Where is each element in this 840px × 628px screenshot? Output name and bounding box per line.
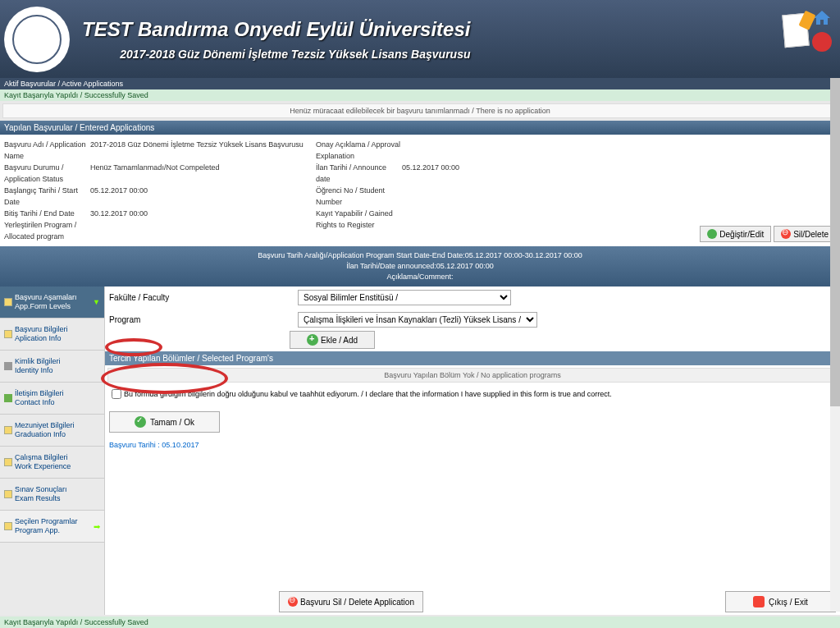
announce-value: 05.12.2017 00:00 — [402, 162, 459, 185]
sidebar: Başvuru AşamalarıApp.Form Levels Başvuru… — [0, 286, 105, 615]
sidebar-label: Çalışma Bilgileri — [15, 453, 68, 461]
delete-application-button[interactable]: Başvuru Sil / Delete Application — [279, 591, 423, 612]
info-line-3: Açıklama/Comment: — [4, 272, 836, 282]
header-subtitle: 2017-2018 Güz Dönemi İşletme Tezsiz Yüks… — [82, 48, 470, 61]
sidebar-sublabel: Graduation Info — [15, 430, 66, 438]
sidebar-label: Başvuru Aşamaları — [15, 293, 77, 301]
sidebar-label: Sınav Sonuçları — [15, 485, 67, 493]
sidebar-sublabel: Program App. — [15, 526, 60, 534]
sidebar-sublabel: Work Experience — [15, 462, 71, 470]
sidebar-sublabel: Aplication Info — [15, 334, 62, 342]
exit-button-label: Çıkış / Exit — [769, 598, 808, 607]
sidebar-item-programs[interactable]: Seçilen ProgramlarProgram App. — [0, 511, 104, 543]
sidebar-label: Kimlik Bilgileri — [15, 357, 61, 365]
content-area: Fakülte / Faculty Sosyal Bilimler Enstit… — [105, 286, 840, 615]
success-message: Kayıt Başarıyla Yapıldı / Successfully S… — [0, 89, 840, 101]
doc-icon — [4, 522, 12, 530]
sidebar-item-identity[interactable]: Kimlik BilgileriIdentity Info — [0, 351, 104, 383]
sidebar-sublabel: Contact Info — [15, 398, 55, 406]
declaration-checkbox[interactable] — [112, 389, 121, 399]
info-line-2: İlan Tarihi/Date announced:05.12.2017 00… — [4, 261, 836, 272]
allocated-label: Yerleştirilen Program / Allocated progra… — [4, 219, 90, 242]
application-date: Başvuru Tarihi : 05.10.2017 — [105, 441, 840, 449]
sidebar-item-exam[interactable]: Sınav SonuçlarıExam Results — [0, 479, 104, 511]
no-programs-message: Başvuru Yapılan Bölüm Yok / No applicati… — [107, 368, 838, 383]
delete-app-label: Başvuru Sil / Delete Application — [300, 598, 414, 607]
delete-button-label: Sil/Delete — [793, 230, 829, 239]
doc-icon — [4, 490, 12, 498]
scroll-thumb[interactable] — [830, 78, 840, 406]
sidebar-label: Başvuru Bilgileri — [15, 325, 68, 333]
sidebar-item-graduation[interactable]: Mezuniyet BilgileriGraduation Info — [0, 415, 104, 447]
rights-label: Kayıt Yapabilir / Gained Rights to Regis… — [316, 208, 402, 231]
edit-icon — [707, 229, 717, 239]
app-status-label: Başvuru Durumu / Application Status — [4, 162, 90, 185]
start-date-label: Başlangıç Tarihi / Start Date — [4, 185, 90, 208]
document-icon[interactable] — [782, 12, 809, 47]
info-line-1: Başvuru Tarih Aralığı/Application Progra… — [4, 250, 836, 261]
sidebar-item-work[interactable]: Çalışma BilgileriWork Experience — [0, 447, 104, 479]
doc-icon — [4, 330, 12, 338]
footer: Başvuru Sil / Delete Application Çıkış /… — [0, 587, 840, 628]
scrollbar[interactable] — [830, 78, 840, 612]
sidebar-label: Seçilen Programlar — [15, 517, 78, 525]
sidebar-item-app-info[interactable]: Başvuru BilgileriAplication Info — [0, 319, 104, 351]
info-banner: Başvuru Tarih Aralığı/Application Progra… — [0, 246, 840, 286]
approval-label: Onay Açıklama / Approval Explanation — [316, 139, 402, 162]
add-icon — [307, 334, 318, 346]
app-name-value: 2017-2018 Güz Dönemi İşletme Tezsiz Yüks… — [90, 139, 304, 162]
declaration-text: Bu formda girdiğim bilgilerin doğru oldu… — [124, 390, 612, 398]
selected-programs-header: Tercih Yapılan Bölümler / Selected Progr… — [105, 351, 840, 365]
exit-button[interactable]: Çıkış / Exit — [725, 591, 836, 612]
university-logo — [4, 7, 70, 72]
home-icon[interactable] — [812, 8, 832, 28]
app-name-label: Başvuru Adı / Application Name — [4, 139, 90, 162]
app-status-value: Henüz Tamamlanmadı/Not Compeleted — [90, 162, 219, 185]
edit-button[interactable]: Değiştir/Edit — [700, 226, 771, 242]
sidebar-label: Mezuniyet Bilgileri — [15, 421, 75, 429]
add-button[interactable]: Ekle / Add — [290, 331, 375, 349]
end-date-value: 30.12.2017 00:00 — [90, 208, 148, 219]
edit-button-label: Değiştir/Edit — [719, 230, 764, 239]
contact-icon — [4, 394, 12, 402]
doc-icon — [4, 298, 12, 306]
announce-label: İlan Tarihi / Announce date — [316, 162, 402, 185]
header-title: TEST Bandırma Onyedi Eylül Üniversitesi — [82, 18, 470, 41]
delete-icon — [781, 229, 791, 239]
program-select[interactable]: Çalışma İlişkileri ve İnsan Kaynakları (… — [298, 312, 537, 328]
ok-button[interactable]: Tamam / Ok — [109, 411, 220, 433]
add-button-label: Ekle / Add — [321, 336, 358, 345]
sidebar-sublabel: Identity Info — [15, 366, 53, 374]
sidebar-label: İletişim Bilgileri — [15, 389, 64, 397]
power-icon[interactable] — [812, 32, 832, 52]
ok-button-label: Tamam / Ok — [150, 418, 194, 427]
doc-icon — [4, 426, 12, 434]
program-label: Program — [109, 315, 290, 324]
faculty-select[interactable]: Sosyal Bilimler Enstitüsü / — [298, 290, 511, 305]
main-area: Başvuru AşamalarıApp.Form Levels Başvuru… — [0, 286, 840, 615]
declaration-row: Bu formda girdiğim bilgilerin doğru oldu… — [105, 385, 840, 403]
sidebar-sublabel: Exam Results — [15, 494, 61, 502]
student-label: Öğrenci No / Student Number — [316, 185, 402, 208]
application-details: Başvuru Adı / Application Name2017-2018 … — [0, 135, 840, 246]
sidebar-sublabel: App.Form Levels — [15, 302, 71, 310]
lock-icon — [4, 362, 12, 370]
exit-icon — [753, 596, 765, 607]
entered-apps-header: Yapılan Başvurular / Entered Application… — [0, 121, 840, 135]
app-header: TEST Bandırma Onyedi Eylül Üniversitesi … — [0, 0, 840, 78]
notice-bar: Henüz müracaat edilebilecek bir başvuru … — [2, 103, 838, 118]
cancel-icon — [288, 597, 298, 607]
sidebar-item-contact[interactable]: İletişim BilgileriContact Info — [0, 383, 104, 415]
breadcrumb: Aktif Başvurular / Active Applications — [0, 78, 840, 89]
ok-icon — [135, 416, 146, 428]
faculty-label: Fakülte / Faculty — [109, 293, 290, 302]
end-date-label: Bitiş Tarihi / End Date — [4, 208, 90, 219]
doc-icon — [4, 458, 12, 466]
sidebar-item-levels[interactable]: Başvuru AşamalarıApp.Form Levels — [0, 286, 104, 319]
start-date-value: 05.12.2017 00:00 — [90, 185, 148, 208]
footer-status: Kayıt Başarıyla Yapıldı / Successfully S… — [0, 617, 840, 628]
delete-button[interactable]: Sil/Delete — [774, 226, 836, 242]
